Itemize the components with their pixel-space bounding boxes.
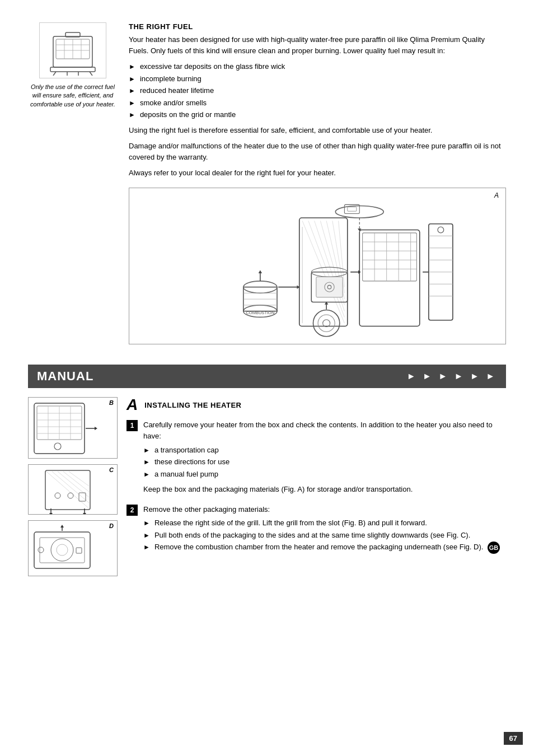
figure-c-svg — [29, 465, 107, 515]
section-a-header: A INSTALLING THE HEATER — [127, 397, 506, 413]
right-fuel-bullets: ► excessive tar deposits on the glass fi… — [129, 61, 506, 120]
svg-line-84 — [58, 472, 89, 497]
bullet-text-2: incomplete burning — [140, 73, 202, 85]
step-1-bullet-text-3: a manual fuel pump — [154, 469, 218, 480]
gb-badge: GB — [488, 542, 500, 554]
step-2-text: Remove the other packaging materials: — [143, 504, 506, 515]
svg-point-91 — [55, 493, 60, 498]
step-1-arrow-3: ► — [143, 469, 150, 479]
page: Only the use of the correct fuel will en… — [0, 0, 534, 756]
step-2-arrow-1: ► — [143, 518, 150, 528]
svg-rect-48 — [316, 277, 343, 298]
right-fuel-title: THE RIGHT FUEL — [129, 22, 506, 31]
bullet-item-1: ► excessive tar deposits on the glass fi… — [129, 61, 506, 72]
svg-line-10 — [90, 72, 92, 76]
step-2-bullet-text-1: Release the right side of the grill. Lif… — [154, 517, 427, 529]
top-section: Only the use of the correct fuel will en… — [28, 22, 506, 353]
svg-point-96 — [51, 539, 73, 561]
manual-arrows: ► ► ► ► ► ► — [407, 371, 497, 381]
bullet-text-3: reduced heater lifetime — [140, 85, 214, 96]
section-letter-a: A — [127, 397, 138, 413]
svg-point-98 — [38, 547, 44, 553]
step-2-bullet-3: ► Remove the combustion chamber from the… — [143, 542, 506, 554]
step-2-bullet-1: ► Release the right side of the grill. L… — [143, 517, 506, 529]
step-2: 2 Remove the other packaging materials: … — [127, 504, 506, 558]
svg-point-92 — [68, 493, 73, 498]
step-1: 1 Carefully remove your heater from the … — [127, 419, 506, 497]
figure-c-label: C — [109, 466, 114, 473]
step-1-content: Carefully remove your heater from the bo… — [143, 419, 506, 497]
step-1-bullet-2: ► these directions for use — [143, 456, 506, 468]
svg-point-97 — [57, 544, 68, 556]
right-fuel-warning: Damage and/or malfunctions of the heater… — [129, 141, 506, 163]
left-column: Only the use of the correct fuel will en… — [28, 22, 118, 353]
svg-line-82 — [46, 472, 89, 508]
manual-header: MANUAL ► ► ► ► ► ► — [28, 365, 506, 388]
step-2-bullet-text-3: Remove the combustion chamber from the h… — [154, 542, 500, 554]
step-2-arrow-3: ► — [143, 542, 150, 552]
step-2-arrow-2: ► — [143, 530, 150, 540]
heater-icon — [42, 25, 104, 76]
svg-marker-90 — [83, 513, 86, 515]
svg-point-78 — [54, 443, 61, 450]
figure-b-image: B — [28, 397, 118, 459]
step-1-text: Carefully remove your heater from the bo… — [143, 419, 506, 442]
svg-marker-59 — [259, 270, 262, 273]
bullet-arrow-1: ► — [129, 62, 135, 72]
figure-d-svg — [29, 521, 107, 576]
svg-point-62 — [323, 320, 330, 327]
step-1-bullet-3: ► a manual fuel pump — [143, 469, 506, 480]
section-a-content: A INSTALLING THE HEATER 1 Carefully remo… — [127, 397, 506, 576]
exploded-heater-svg: COMBUSTION — [135, 194, 500, 338]
right-fuel-dealer: Always refer to your local dealer for th… — [129, 167, 506, 179]
svg-marker-80 — [95, 427, 97, 430]
svg-point-30 — [438, 227, 444, 233]
svg-point-60 — [313, 310, 339, 337]
step-1-number: 1 — [127, 420, 138, 431]
figure-d-image: D — [28, 520, 118, 576]
svg-rect-99 — [76, 548, 82, 553]
bullet-arrow-4: ► — [129, 98, 135, 108]
bullet-text-1: excessive tar deposits on the glass fibr… — [140, 61, 285, 72]
svg-rect-95 — [40, 538, 85, 563]
svg-point-61 — [318, 315, 335, 332]
bullet-item-5: ► deposits on the grid or mantle — [129, 109, 506, 120]
step-1-bullets: ► a transportation cap ► these direction… — [143, 445, 506, 480]
step-2-bullet-text-2: Pull both ends of the packaging to the s… — [154, 530, 470, 541]
step-1-bullet-text-2: these directions for use — [154, 456, 229, 468]
side-images-column: B — [28, 397, 118, 576]
step-2-number: 2 — [127, 505, 138, 516]
page-number: 67 — [504, 732, 523, 745]
step-1-bullet-text-1: a transportation cap — [154, 445, 219, 456]
manual-title: MANUAL — [37, 369, 93, 384]
right-fuel-intro: Your heater has been designed for use wi… — [129, 34, 506, 57]
step-1-extra: Keep the box and the packaging materials… — [143, 484, 506, 495]
figure-b-svg — [29, 398, 107, 459]
step-1-arrow-2: ► — [143, 457, 150, 467]
step-1-arrow-1: ► — [143, 445, 150, 455]
svg-rect-14 — [363, 233, 417, 281]
bullet-arrow-5: ► — [129, 110, 135, 120]
svg-line-85 — [63, 472, 89, 492]
bullet-item-4: ► smoke and/or smells — [129, 97, 506, 109]
right-column: THE RIGHT FUEL Your heater has been desi… — [129, 22, 506, 353]
svg-rect-8 — [50, 67, 95, 72]
step-2-content: Remove the other packaging materials: ► … — [143, 504, 506, 558]
bullet-arrow-3: ► — [129, 86, 135, 96]
heater-caption: Only the use of the correct fuel will en… — [28, 83, 118, 109]
bullet-text-4: smoke and/or smells — [140, 97, 207, 109]
right-fuel-conclusion: Using the right fuel is therefore essent… — [129, 125, 506, 136]
figure-d-label: D — [109, 522, 114, 529]
step-1-bullet-1: ► a transportation cap — [143, 445, 506, 456]
exploded-diagram: A — [129, 188, 506, 344]
bullet-text-5: deposits on the grid or mantle — [140, 109, 236, 120]
heater-top-image — [39, 22, 106, 78]
bullet-item-2: ► incomplete burning — [129, 73, 506, 85]
step-2-bullet-2: ► Pull both ends of the packaging to the… — [143, 530, 506, 541]
svg-line-9 — [53, 72, 56, 76]
step-2-bullets: ► Release the right side of the grill. L… — [143, 517, 506, 554]
bottom-section: B — [28, 397, 506, 576]
bullet-arrow-2: ► — [129, 74, 135, 84]
svg-marker-101 — [60, 525, 64, 528]
section-a-subtitle: INSTALLING THE HEATER — [144, 401, 241, 409]
